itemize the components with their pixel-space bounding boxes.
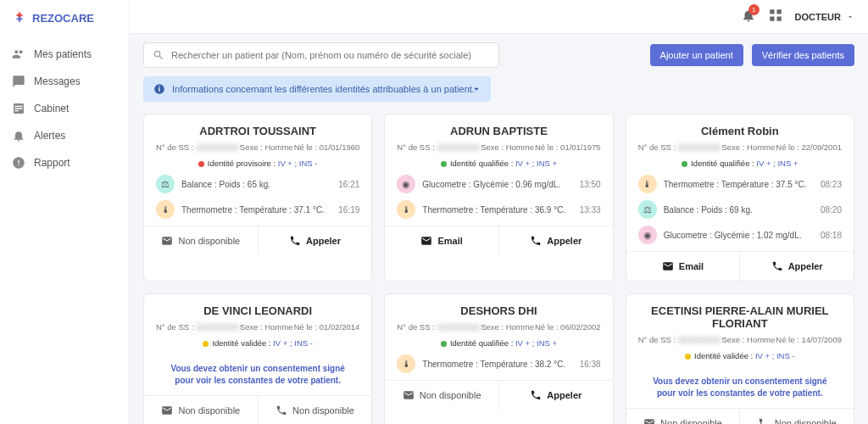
status-dot	[441, 341, 447, 347]
measure-row: ⚖Balance : Poids : 65 kg.16:21	[156, 175, 359, 193]
action-unavailable: Non disponible	[144, 226, 259, 255]
call-button[interactable]: Appeler	[499, 226, 613, 255]
logo-icon	[12, 10, 27, 25]
verify-patients-button[interactable]: Vérifier des patients	[752, 44, 854, 66]
search-box[interactable]	[143, 42, 499, 68]
apps-icon[interactable]	[768, 8, 783, 25]
status-dot	[685, 354, 691, 360]
notification-button[interactable]: 1	[741, 8, 756, 25]
measure-icon: ⚖	[638, 200, 657, 219]
identity-status: Identité validée : IV + ; INS -	[638, 351, 842, 360]
patient-card: ECETINSI PIERRE-ALAIN MURIEL FLORIANTN° …	[626, 293, 854, 424]
measure-time: 08:18	[821, 231, 842, 240]
nav-icon	[12, 102, 25, 115]
chevron-down-icon	[846, 13, 854, 21]
measure-text: Thermometre : Température : 37.5 °C.	[664, 180, 814, 189]
measure-icon: 🌡	[638, 175, 657, 193]
measure-text: Thermometre : Température : 36.9 °C.	[422, 205, 572, 215]
measure-icon: 🌡	[397, 200, 415, 219]
phone-icon	[289, 235, 301, 247]
nav-alertes[interactable]: Alertes	[0, 122, 129, 149]
action-unavailable: Non disponible	[259, 396, 372, 424]
call-button[interactable]: Appeler	[499, 381, 613, 410]
patient-card: ADRTROI TOUSSAINTN° de SS : XXXXXXXXSexe…	[143, 114, 372, 282]
phone-icon	[758, 417, 770, 424]
search-icon	[153, 49, 164, 61]
measure-time: 16:38	[580, 360, 601, 369]
email-icon	[420, 235, 432, 247]
measure-time: 13:50	[580, 180, 601, 189]
patient-card: DESHORS DHIN° de SS : XXXXXXXXSexe : Hom…	[384, 293, 613, 424]
measure-row: 🌡Thermometre : Température : 37.1 °C.16:…	[156, 200, 359, 219]
nav-cabinet[interactable]: Cabinet	[0, 95, 129, 122]
patient-meta: N° de SS : XXXXXXXXSexe : HommeNé le : 1…	[638, 335, 842, 344]
svg-rect-0	[770, 9, 774, 14]
info-icon: i	[153, 83, 165, 95]
info-banner[interactable]: i Informations concernant les différente…	[143, 76, 491, 102]
consent-notice: Vous devez obtenir un consentement signé…	[156, 354, 359, 395]
nav-label: Mes patients	[34, 48, 92, 60]
sidebar: REZOCARE Mes patientsMessagesCabinetAler…	[0, 0, 130, 424]
patient-card: ADRUN BAPTISTEN° de SS : XXXXXXXXSexe : …	[384, 114, 613, 282]
brand-logo[interactable]: REZOCARE	[0, 10, 129, 41]
brand-name: REZOCARE	[32, 12, 94, 25]
email-button[interactable]: Email	[626, 252, 741, 281]
measure-row: ⚖Balance : Poids : 69 kg.08:20	[638, 200, 842, 219]
measure-text: Balance : Poids : 69 kg.	[664, 205, 814, 215]
patient-meta: N° de SS : XXXXXXXXSexe : HommeNé le : 0…	[397, 322, 600, 332]
measure-icon: ◉	[638, 226, 657, 244]
measure-icon: ◉	[397, 175, 415, 193]
status-dot	[682, 161, 687, 167]
action-unavailable: Non disponible	[626, 409, 741, 424]
patient-meta: N° de SS : XXXXXXXXSexe : HommeNé le : 2…	[638, 142, 842, 152]
card-actions: Non disponibleAppeler	[144, 226, 371, 255]
add-patient-button[interactable]: Ajouter un patient	[650, 44, 743, 66]
call-button[interactable]: Appeler	[259, 226, 372, 255]
call-button[interactable]: Appeler	[740, 252, 854, 281]
notification-badge: 1	[748, 4, 760, 15]
svg-rect-2	[770, 17, 774, 21]
patient-meta: N° de SS : XXXXXXXXSexe : HommeNé le : 0…	[156, 142, 359, 152]
measure-row: ◉Glucometre : Glycémie : 0.96 mg/dL.13:5…	[397, 175, 600, 193]
chevron-down-icon	[470, 83, 482, 95]
measure-time: 08:23	[821, 180, 842, 189]
identity-status: Identité qualifiée : IV + ; INS +	[397, 159, 600, 168]
nav-mes-patients[interactable]: Mes patients	[0, 41, 129, 68]
measure-icon: 🌡	[156, 200, 175, 219]
card-actions: Non disponibleNon disponible	[626, 408, 854, 424]
measure-row: 🌡Thermometre : Température : 38.2 °C.16:…	[397, 354, 600, 373]
status-dot	[441, 161, 447, 167]
card-actions: Non disponibleNon disponible	[144, 395, 371, 424]
nav-label: Cabinet	[34, 103, 69, 114]
identity-status: Identité validée : IV + ; INS -	[156, 338, 359, 348]
patient-name: ECETINSI PIERRE-ALAIN MURIEL FLORIANT	[638, 304, 842, 330]
consent-notice: Vous devez obtenir un consentement signé…	[638, 367, 842, 408]
nav-messages[interactable]: Messages	[0, 68, 129, 95]
measure-text: Thermometre : Température : 37.1 °C.	[181, 205, 331, 215]
measure-icon: 🌡	[397, 354, 415, 373]
email-button[interactable]: Email	[385, 226, 499, 255]
search-input[interactable]	[171, 50, 490, 60]
measure-time: 08:20	[821, 205, 842, 215]
patient-name: DESHORS DHI	[397, 304, 600, 317]
identity-status: Identité qualifiée : IV + ; INS +	[638, 159, 842, 168]
measure-time: 16:19	[338, 205, 359, 215]
nav-label: Alertes	[34, 130, 65, 142]
nav-rapport[interactable]: Rapport	[0, 149, 129, 176]
identity-status: Identité qualifiée : IV + ; INS +	[397, 338, 600, 348]
nav-icon	[12, 75, 25, 88]
phone-icon	[275, 404, 287, 416]
action-unavailable: Non disponible	[144, 396, 259, 424]
action-unavailable: Non disponible	[385, 381, 499, 410]
patient-name: ADRUN BAPTISTE	[397, 125, 600, 137]
info-text: Informations concernant les différentes …	[172, 84, 475, 94]
topbar: 1 DOCTEUR	[130, 0, 868, 34]
user-menu[interactable]: DOCTEUR	[795, 12, 854, 22]
patient-meta: N° de SS : XXXXXXXXSexe : HommeNé le : 0…	[397, 142, 600, 152]
svg-rect-1	[776, 9, 781, 14]
measure-text: Thermometre : Température : 38.2 °C.	[422, 360, 572, 369]
nav-icon	[12, 156, 25, 170]
patient-name: DE VINCI LEONARDI	[156, 304, 359, 317]
phone-icon	[530, 389, 542, 401]
phone-icon	[771, 260, 783, 272]
